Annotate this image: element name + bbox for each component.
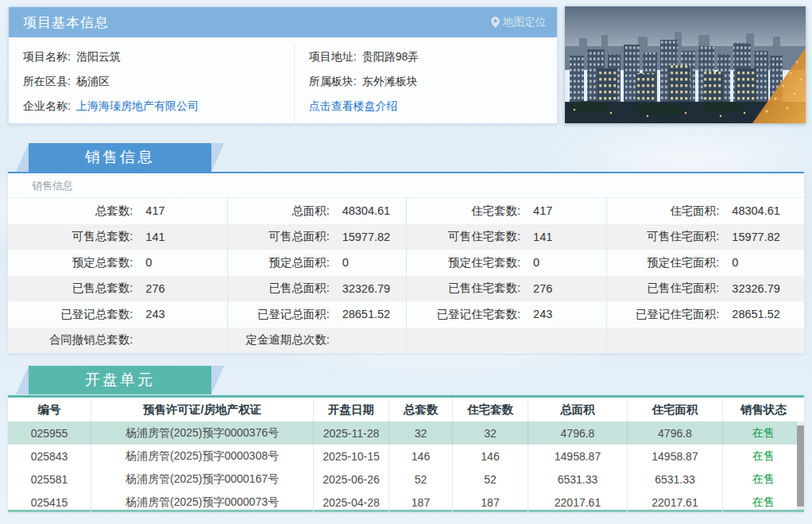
kaipan-column-header: 编号 bbox=[8, 398, 91, 421]
sale-status-badge: 在售 bbox=[723, 468, 804, 491]
sales-cell bbox=[606, 328, 804, 354]
tab-opening-units[interactable]: 开盘单元 bbox=[29, 366, 211, 394]
company-link[interactable]: 上海海瑧房地产有限公司 bbox=[76, 99, 199, 114]
sales-cell-label: 已登记总套数: bbox=[8, 307, 133, 322]
kaipan-column-header: 住宅套数 bbox=[453, 398, 528, 421]
kaipan-cell: 32 bbox=[453, 421, 528, 444]
project-name-field: 项目名称: 浩阳云筑 bbox=[9, 45, 294, 69]
address-value: 贵阳路98弄 bbox=[362, 50, 420, 64]
sales-cell-value: 0 bbox=[533, 256, 539, 269]
project-name-label: 项目名称: bbox=[23, 50, 71, 64]
kaipan-cell: 187 bbox=[389, 491, 453, 514]
kaipan-table-row[interactable]: 025843杨浦房管(2025)预字0000308号2025-10-151461… bbox=[8, 444, 804, 468]
kaipan-cell: 2025-10-15 bbox=[314, 444, 389, 468]
sales-cell-value: 32326.79 bbox=[342, 282, 390, 295]
kaipan-cell: 14958.87 bbox=[628, 444, 723, 468]
sales-cell-label: 总面积: bbox=[228, 204, 330, 219]
intro-field: 点击查看楼盘介绍 bbox=[295, 94, 557, 118]
sales-sub-label: 销售信息 bbox=[8, 173, 804, 198]
kaipan-rows: 025955杨浦房管(2025)预字0000376号2025-11-283232… bbox=[8, 421, 804, 514]
project-info-panel: 项目基本信息 地图定位 项目名称: 浩阳云筑 所在区县: 杨浦区 企业名称: 上… bbox=[8, 6, 558, 124]
kaipan-column-header: 住宅面积 bbox=[628, 398, 723, 421]
kaipan-table-row[interactable]: 025581杨浦房管(2025)预字0000167号2025-06-265252… bbox=[8, 468, 804, 491]
sales-cell-label: 可售住宅面积: bbox=[607, 229, 719, 244]
company-field: 企业名称: 上海海瑧房地产有限公司 bbox=[9, 94, 294, 118]
sales-cell bbox=[406, 328, 606, 354]
page-title: 项目基本信息 bbox=[23, 14, 109, 32]
address-label: 项目地址: bbox=[309, 50, 357, 64]
kaipan-cell: 22017.61 bbox=[528, 491, 628, 514]
kaipan-cell: 025415 bbox=[8, 491, 91, 514]
sales-cell-label: 定金逾期总次数: bbox=[228, 332, 330, 347]
sales-cell-value: 28651.52 bbox=[732, 308, 779, 320]
kaipan-cell: 146 bbox=[453, 444, 528, 468]
sales-cell: 住宅套数:417 bbox=[406, 198, 606, 224]
kaipan-cell: 187 bbox=[453, 491, 528, 514]
sales-cell-label: 已登记总面积: bbox=[228, 307, 330, 322]
sales-cell-label: 住宅套数: bbox=[407, 204, 520, 219]
kaipan-cell: 025955 bbox=[8, 421, 91, 444]
sales-cell-label: 可售住宅套数: bbox=[407, 229, 520, 244]
map-locate-link[interactable]: 地图定位 bbox=[491, 15, 546, 29]
kaipan-column-header: 开盘日期 bbox=[314, 398, 389, 421]
project-name-value: 浩阳云筑 bbox=[76, 50, 121, 64]
sales-cell-value: 276 bbox=[145, 282, 164, 295]
sales-cell-label: 已售住宅面积: bbox=[607, 281, 719, 296]
sales-cell-value: 48304.61 bbox=[342, 204, 390, 217]
sales-cell-label: 住宅面积: bbox=[607, 204, 719, 219]
kaipan-cell: 52 bbox=[389, 468, 453, 491]
sales-cell-value: 15977.82 bbox=[342, 231, 390, 243]
kaipan-column-header: 销售状态 bbox=[723, 398, 804, 421]
sales-cell-label: 合同撤销总套数: bbox=[8, 332, 133, 347]
sales-cell-value: 243 bbox=[533, 308, 552, 320]
kaipan-cell: 4796.8 bbox=[528, 421, 628, 444]
sales-cell-label: 已售总面积: bbox=[228, 281, 330, 296]
sales-cell: 已登记总套数:243 bbox=[8, 301, 227, 328]
project-info-body: 项目名称: 浩阳云筑 所在区县: 杨浦区 企业名称: 上海海瑧房地产有限公司 项… bbox=[9, 37, 557, 125]
sales-cell: 已登记总面积:28651.52 bbox=[227, 301, 406, 328]
plate-field: 所属板块: 东外滩板块 bbox=[295, 69, 557, 94]
table-scrollbar[interactable] bbox=[797, 421, 804, 510]
kaipan-cell: 32 bbox=[389, 421, 453, 444]
sales-cell: 可售总套数:141 bbox=[8, 224, 227, 250]
sales-cell-value: 15977.82 bbox=[732, 231, 779, 243]
tab-sales-info-label: 销售信息 bbox=[85, 147, 155, 168]
kaipan-cell: 14958.87 bbox=[528, 444, 628, 468]
tab-opening-units-label: 开盘单元 bbox=[85, 370, 155, 390]
sales-cell-value: 417 bbox=[145, 204, 164, 217]
sales-cell: 总套数:417 bbox=[8, 198, 227, 224]
kaipan-cell: 杨浦房管(2025)预字0000167号 bbox=[91, 468, 314, 491]
sales-cell: 合同撤销总套数: bbox=[8, 328, 227, 354]
sales-row: 已登记总套数:243已登记总面积:28651.52已登记住宅套数:243已登记住… bbox=[8, 301, 804, 328]
sales-cell: 预定住宅套数:0 bbox=[406, 250, 606, 276]
opening-units-table: 编号预售许可证/房地产权证开盘日期总套数住宅套数总面积住宅面积销售状态 0259… bbox=[8, 395, 804, 512]
kaipan-cell: 杨浦房管(2025)预字0000308号 bbox=[91, 444, 314, 468]
sales-cell-label: 总套数: bbox=[8, 204, 133, 219]
sales-cell-value: 48304.61 bbox=[732, 204, 779, 217]
kaipan-table-row[interactable]: 025415杨浦房管(2025)预字0000073号2025-04-281871… bbox=[8, 491, 804, 514]
kaipan-column-header: 总套数 bbox=[389, 398, 453, 421]
sale-status-badge: 在售 bbox=[723, 421, 804, 444]
scrollbar-thumb[interactable] bbox=[797, 425, 804, 507]
sales-cell-label: 已售住宅套数: bbox=[407, 281, 520, 296]
sales-cell-label: 预定住宅面积: bbox=[607, 255, 719, 270]
sales-cell-value: 0 bbox=[732, 256, 738, 269]
sales-cell-value: 0 bbox=[145, 256, 152, 269]
sales-cell-label: 已售总套数: bbox=[8, 281, 133, 296]
project-info-left-col: 项目名称: 浩阳云筑 所在区县: 杨浦区 企业名称: 上海海瑧房地产有限公司 bbox=[9, 45, 294, 125]
tab-sales-info[interactable]: 销售信息 bbox=[29, 143, 211, 172]
building-intro-link[interactable]: 点击查看楼盘介绍 bbox=[309, 99, 398, 114]
kaipan-table-row[interactable]: 025955杨浦房管(2025)预字0000376号2025-11-283232… bbox=[8, 421, 804, 444]
kaipan-cell: 2025-04-28 bbox=[314, 491, 389, 514]
kaipan-column-header: 预售许可证/房地产权证 bbox=[91, 398, 314, 421]
district-field: 所在区县: 杨浦区 bbox=[9, 69, 294, 94]
sales-row: 总套数:417总面积:48304.61住宅套数:417住宅面积:48304.61 bbox=[8, 198, 804, 224]
address-field: 项目地址: 贵阳路98弄 bbox=[295, 45, 557, 69]
district-label: 所在区县: bbox=[23, 75, 71, 89]
sales-row: 合同撤销总套数:定金逾期总次数: bbox=[8, 328, 804, 354]
sales-cell: 已售住宅套数:276 bbox=[406, 276, 606, 302]
sales-cell: 可售住宅面积:15977.82 bbox=[606, 224, 804, 250]
sales-table: 总套数:417总面积:48304.61住宅套数:417住宅面积:48304.61… bbox=[8, 198, 804, 353]
sales-info-panel: 销售信息 总套数:417总面积:48304.61住宅套数:417住宅面积:483… bbox=[8, 172, 804, 354]
sales-cell-value: 32326.79 bbox=[732, 282, 779, 295]
